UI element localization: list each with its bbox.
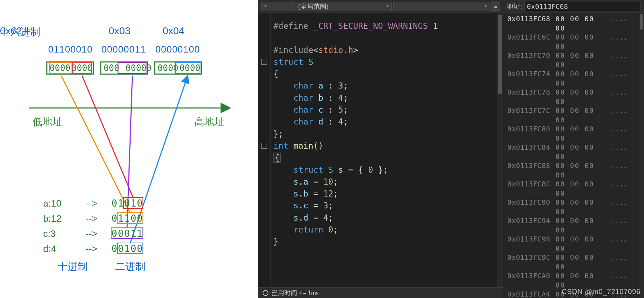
memory-row-bytes: 00 00 00 00 [555,271,606,290]
bin-col-label: 二进制 [115,260,145,274]
code-line [273,32,500,44]
memory-row-bytes: 00 00 00 00 [555,253,606,271]
code-area[interactable]: #define _CRT_SECURE_NO_WARNINGS 1 #inclu… [271,13,503,287]
memory-scrollbar[interactable] [639,13,644,298]
memory-row-bytes: 00 00 00 00 [555,88,606,106]
memory-row-ascii: .... [611,235,627,253]
memory-row-bytes: 00 00 00 00 [555,14,606,33]
code-editor: ▾ (全局范围) ▾ ▾ ⇆ −− #define _CRT_SECURE_NO… [258,0,503,298]
bin-value-2: 00000100 [155,44,200,55]
memory-toolbar: 地址: [503,0,644,13]
memory-row[interactable]: 0x0113FC9C00 00 00 00.... [507,253,644,271]
member-dropdown[interactable]: ▾ [393,2,490,11]
diagram-row-arrow: --> [86,243,97,254]
memory-row-bytes: 00 00 00 00 [555,198,606,216]
memory-row[interactable]: 0x0113FC7000 00 00 00.... [507,51,644,69]
addr-high-label: 高地址 [194,115,225,129]
status-text: 已用时间 <= 1ms [271,289,318,297]
memory-panel: 地址: 0x0113FC6800 00 00 00....0x0113FC6C0… [503,0,644,298]
memory-row-ascii: .... [611,125,627,143]
memory-row[interactable]: 0x0113FC8800 00 00 00.... [507,161,644,180]
code-line: char b : 4; [273,92,500,104]
dec-col-label: 十进制 [58,260,88,274]
code-line: #define _CRT_SECURE_NO_WARNINGS 1 [273,20,500,32]
memory-row-bytes: 00 00 00 00 [555,143,606,161]
memory-row-addr: 0x0113FC68 [507,14,550,33]
memory-row-ascii: .... [611,180,627,198]
code-line: s.d = 4;▶| [273,212,500,224]
memory-row[interactable]: 0x0113FCA000 00 00 00.... [507,271,644,290]
svg-text:0000: 0000 [50,63,71,73]
code-line: { [273,152,500,164]
code-line: char a : 3; [273,80,500,92]
memory-row[interactable]: 0x0113FC9800 00 00 00.... [507,235,644,253]
svg-text:000: 000 [104,63,119,73]
scrollbar-thumb[interactable] [640,14,643,30]
memory-row[interactable]: 0x0113FC7C00 00 00 00.... [507,106,644,125]
memory-row[interactable]: 0x0113FC6800 00 00 00.... [507,14,644,33]
memory-row-ascii: .... [611,143,627,161]
memory-row-ascii: .... [611,106,627,125]
memory-address-input[interactable] [524,2,640,11]
sync-icon[interactable]: ⇆ [491,2,500,11]
memory-row-ascii: .... [611,14,627,33]
memory-row-addr: 0x0113FC7C [507,106,550,125]
code-line: s.a = 10; [273,176,500,188]
code-line: s.c = 3; [273,200,500,212]
diagram-row-box [123,197,143,209]
memory-row[interactable]: 0x0113FC8000 00 00 00.... [507,125,644,143]
code-line: } [273,236,500,248]
scope-dropdown-left[interactable]: ▾ [261,2,294,11]
svg-line-14 [82,76,133,198]
memory-row-ascii: .... [611,33,627,51]
svg-text:00000: 00000 [126,63,151,73]
memory-row-ascii: .... [611,161,627,180]
memory-row[interactable]: 0x0113FC9000 00 00 00.... [507,198,644,216]
hex-value-1: 0x03 [109,25,131,37]
diagram-row-arrow: --> [86,228,97,239]
memory-row-ascii: .... [611,253,627,271]
memory-row-addr: 0x0113FC94 [507,216,550,235]
memory-row-bytes: 00 00 00 00 [555,180,606,198]
svg-text:0000: 0000 [72,63,92,73]
memory-row[interactable]: 0x0113FC6C00 00 00 00.... [507,33,644,51]
code-line: struct S [273,56,500,68]
memory-row-ascii: .... [611,216,627,235]
diagram-row-box [117,243,143,254]
memory-rows[interactable]: 0x0113FC6800 00 00 00....0x0113FC6C00 00… [503,13,644,298]
memory-row-ascii: .... [611,51,627,69]
memory-row-addr: 0x0113FC90 [507,198,550,216]
memory-row-addr: 0x0113FCA4 [507,290,550,298]
memory-address-label: 地址: [507,2,522,11]
svg-text:0000: 0000 [180,63,200,73]
scrollbar-thumb[interactable] [498,15,502,94]
memory-row[interactable]: 0x0113FC7400 00 00 00.... [507,69,644,88]
scope-dropdown[interactable]: (全局范围) ▾ [295,2,392,11]
chevron-down-icon: ▾ [485,4,487,9]
memory-row-addr: 0x0113FC9C [507,253,550,271]
memory-row[interactable]: 0x0113FC9400 00 00 00.... [507,216,644,235]
hex-value-2: 0x04 [163,25,185,37]
memory-row-bytes: 00 00 00 00 [555,161,606,180]
memory-row-ascii: .... [611,69,627,88]
memory-row-bytes: 00 00 00 00 [555,33,606,51]
diagram-row-name: b:12 [43,213,62,224]
chevron-down-icon: ▾ [264,4,267,9]
code-line: int main() [273,140,500,152]
memory-row-addr: 0x0113FC98 [507,235,550,253]
code-line: #include<stdio.h> [273,44,500,56]
glyph-margin[interactable]: −− [258,13,271,287]
memory-row-bytes: 00 00 00 00 [555,51,606,69]
fold-toggle[interactable]: − [261,59,267,65]
memory-row-addr: 0x0113FC88 [507,161,550,180]
memory-row[interactable]: 0x0113FC8400 00 00 00.... [507,143,644,161]
memory-row[interactable]: 0x0113FC8C00 00 00 00.... [507,180,644,198]
memory-row[interactable]: 0x0113FC7800 00 00 00.... [507,88,644,106]
editor-scrollbar[interactable] [497,13,503,287]
code-line: { [273,68,500,80]
memory-row-addr: 0x0113FC8C [507,180,550,198]
fold-toggle[interactable]: − [261,143,267,149]
clock-icon [263,290,268,296]
watermark: CSDN @m0_72107096 [562,288,640,296]
diagram-row-name: a:10 [43,198,62,209]
